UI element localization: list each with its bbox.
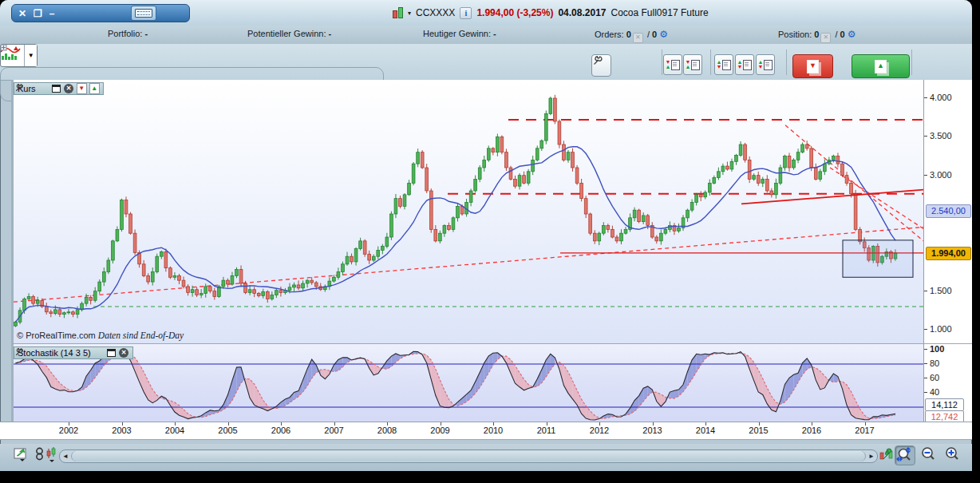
chart-scrollbar[interactable]: ◄ ► <box>59 449 878 463</box>
price-tick-label: 3.500 <box>930 131 952 141</box>
link-charts-icon[interactable] <box>35 446 45 464</box>
buy-market-button[interactable]: ▲ <box>852 54 910 78</box>
scrollbar-thumb[interactable] <box>71 451 866 461</box>
keyboard-icon[interactable] <box>131 6 156 21</box>
buy-doc-icon: ▲ <box>875 60 887 73</box>
minimize-window-icon[interactable]: – <box>49 9 55 18</box>
year-label: 2006 <box>271 426 290 435</box>
zoom-out-button[interactable] <box>919 445 940 465</box>
price-buy-doc-icon[interactable]: ▲ <box>89 84 100 93</box>
year-label: 2015 <box>749 426 768 435</box>
limit-buy-order-button[interactable]: ▼▲ <box>683 54 702 75</box>
year-label: 2017 <box>855 426 874 435</box>
year-label: 2012 <box>590 426 609 435</box>
wrench-icon <box>592 55 603 66</box>
price-close-icon[interactable]: ✕ <box>64 84 74 93</box>
orders-field: Orders: 0✕ / 0 ⚙ <box>595 29 668 43</box>
chart-type-icon <box>1 45 24 66</box>
stoch-tick-label: 40 <box>930 387 939 397</box>
stochastic-chart <box>14 344 923 422</box>
year-label: 2005 <box>218 426 237 435</box>
window-controls: ✕ ❐ – <box>11 4 190 22</box>
year-label: 2010 <box>484 426 503 435</box>
year-label: 2013 <box>642 426 662 435</box>
stop-trailing-order-button[interactable]: ▲▼ <box>756 54 775 75</box>
sell-doc-icon: ▼ <box>807 60 819 73</box>
price-settings-wrench-icon[interactable] <box>38 84 49 93</box>
limit-sell-order-button[interactable]: ▼▲ <box>663 54 682 75</box>
stop-sell-order-button[interactable]: ▲▼ <box>714 54 733 75</box>
bottom-toolbar: ◄ ► <box>0 444 972 471</box>
instrument-code: CCXXXX <box>416 7 455 18</box>
account-info-row: Portfolio: - Potentieller Gewinn: - Heut… <box>0 26 972 45</box>
price-tick-label: 3.000 <box>930 170 952 180</box>
stochastic-window-icon[interactable] <box>106 348 117 358</box>
order-settings-button[interactable] <box>591 54 611 77</box>
zoom-pan-button[interactable] <box>895 445 915 465</box>
year-label: 2007 <box>324 426 343 435</box>
year-label: 2009 <box>430 426 449 435</box>
year-label: 2004 <box>165 426 184 435</box>
quote-date: 04.08.2017 <box>558 7 606 18</box>
price-axis[interactable]: 4.0003.5003.0001.5001.0002.540,001.994,0… <box>923 80 972 343</box>
portfolio-field: Portfolio: - <box>108 29 148 38</box>
stochastic-settings-wrench-icon[interactable] <box>93 348 104 358</box>
copyright-note: © ProRealTime.com Daten sind End-of-Day <box>17 331 184 340</box>
orders-settings-gear-icon[interactable]: ⚙ <box>659 29 668 40</box>
candlestick-chart <box>14 80 923 343</box>
position-list-icon[interactable]: ✕ <box>820 33 831 43</box>
year-label: 2014 <box>696 426 715 435</box>
stochastic-close-icon[interactable]: ✕ <box>119 348 129 358</box>
stochastic-panel-header: Stochastik (14 3 5) ✕ <box>14 346 133 359</box>
stop-buy-order-button[interactable]: ▲▼ <box>735 54 754 75</box>
orders-list-icon[interactable]: ✕ <box>633 33 643 43</box>
price-sell-doc-icon[interactable]: ▼ <box>77 84 87 93</box>
time-axis[interactable]: 2002200320042005200620072008200920102011… <box>0 422 972 440</box>
scroll-left-icon[interactable]: ◄ <box>60 451 71 461</box>
chart-style-icon[interactable] <box>46 446 59 464</box>
price-chart-plot[interactable]: Kurs ✕ ▼ ▲ © ProRealTime.com Daten sind … <box>11 80 923 343</box>
export-chart-icon[interactable] <box>14 446 31 464</box>
scroll-right-icon[interactable]: ► <box>866 451 877 461</box>
price-level-box: 1.994,00 <box>926 247 971 260</box>
chart-toolbar: 200 Einheiten ▼ Monatlich ▼ ▼ ▸ Anz <box>0 44 972 81</box>
chart-type-dropdown-arrow-icon[interactable]: ▼ <box>24 45 37 66</box>
stochastic-axis[interactable]: 10080604014,11212,742 <box>923 343 972 422</box>
stoch-tick-label: 80 <box>930 358 939 368</box>
price-tick-label: 1.500 <box>930 286 952 295</box>
close-window-icon[interactable]: ✕ <box>18 9 26 18</box>
app-window: ✕ ❐ – ▾ CCXXXX i 1.994,00 (-3,25%) 04.08… <box>0 0 972 471</box>
year-label: 2016 <box>802 426 821 435</box>
zoom-in-button[interactable] <box>943 445 964 465</box>
price-tick-label: 4.000 <box>930 93 952 102</box>
price-tick-label: 1.000 <box>930 324 952 334</box>
price-panel-header: Kurs ✕ ▼ ▲ <box>14 82 104 95</box>
chevron-down-icon[interactable]: ▾ <box>408 10 411 17</box>
keyboard-glyph <box>135 9 152 18</box>
chart-type-button[interactable]: ▼ <box>0 44 38 67</box>
position-settings-gear-icon[interactable]: ⚙ <box>848 29 856 40</box>
year-label: 2003 <box>112 426 131 435</box>
sell-market-button[interactable]: ▼ <box>792 54 833 78</box>
potential-gain-field: Potentieller Gewinn: - <box>247 29 331 38</box>
year-label: 2011 <box>537 426 556 435</box>
chart-tools-icon[interactable] <box>879 446 896 464</box>
screen-background: ✕ ❐ – ▾ CCXXXX i 1.994,00 (-3,25%) 04.08… <box>0 0 980 483</box>
last-price-change: 1.994,00 (-3,25%) <box>476 7 553 18</box>
stoch-tick-label: 100 <box>930 344 944 354</box>
maximize-window-icon[interactable]: ❐ <box>34 9 42 18</box>
stochastic-panel-title: Stochastik (14 3 5) <box>18 348 91 358</box>
today-gain-field: Heutiger Gewinn: - <box>423 29 496 38</box>
stoch-tick-label: 60 <box>930 373 939 382</box>
year-label: 2002 <box>59 426 78 435</box>
info-icon[interactable]: i <box>460 7 472 19</box>
year-label: 2008 <box>377 426 397 435</box>
stoch-k-value-box: 14,112 <box>925 398 964 411</box>
position-field: Position: 0✕ / 0 ⚙ <box>778 29 856 43</box>
titlebar: ✕ ❐ – ▾ CCXXXX i 1.994,00 (-3,25%) 04.08… <box>0 0 972 26</box>
candlestick-icon <box>393 7 403 18</box>
instrument-description: Cocoa Full0917 Future <box>611 7 709 18</box>
stochastic-plot[interactable]: Stochastik (14 3 5) ✕ <box>11 343 923 422</box>
instrument-header: ▾ CCXXXX i 1.994,00 (-3,25%) 04.08.2017 … <box>393 6 709 20</box>
price-window-icon[interactable] <box>51 84 61 93</box>
